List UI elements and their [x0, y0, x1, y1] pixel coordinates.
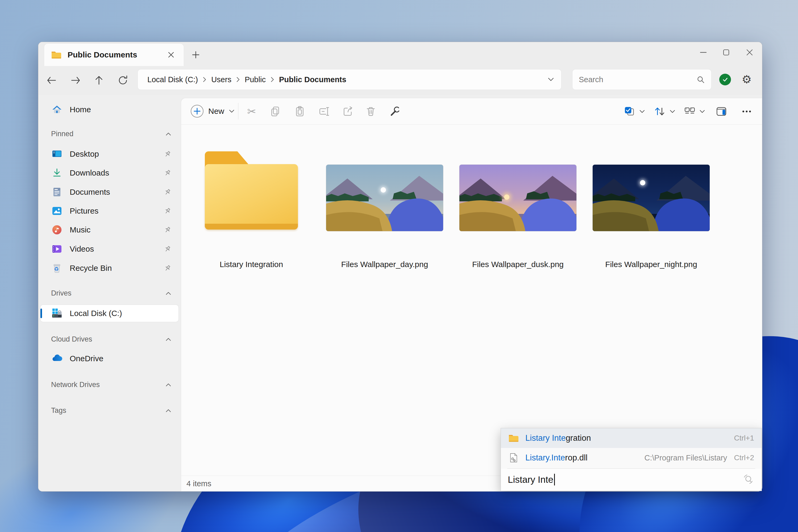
cut-icon[interactable]: ✂: [246, 105, 258, 118]
new-button[interactable]: New: [186, 101, 239, 121]
sort-icon[interactable]: [653, 105, 666, 118]
breadcrumb-item[interactable]: Local Disk (C:): [145, 74, 201, 86]
sidebar-item-downloads[interactable]: Downloads: [40, 165, 178, 182]
pin-icon[interactable]: [164, 264, 172, 272]
preview-pane-icon[interactable]: [715, 105, 727, 118]
text-caret: [554, 474, 555, 486]
sidebar-item-local-disk-c[interactable]: Local Disk (C:): [40, 305, 178, 322]
sidebar-section-drives[interactable]: Drives: [51, 289, 172, 298]
file-tile-image[interactable]: Files Wallpaper_night.png: [593, 151, 710, 279]
sidebar-item-documents[interactable]: Documents: [40, 184, 178, 201]
breadcrumb-item[interactable]: Users: [209, 74, 234, 86]
layout-view-icon[interactable]: [684, 105, 696, 118]
breadcrumb-item-current[interactable]: Public Documents: [277, 74, 349, 86]
sidebar-item-label: Downloads: [70, 168, 164, 177]
toolbar: New ✂: [181, 98, 762, 125]
folder-icon: [202, 151, 301, 231]
home-icon: [51, 104, 63, 115]
share-icon[interactable]: [342, 105, 354, 118]
sidebar-item-music[interactable]: Music: [40, 221, 178, 238]
sidebar-item-pictures[interactable]: Pictures: [40, 203, 178, 220]
sort-chevron-icon[interactable]: [666, 105, 679, 118]
tab-close-icon[interactable]: [164, 48, 178, 62]
pin-icon[interactable]: [164, 226, 172, 234]
result-shortcut: Ctrl+2: [734, 454, 754, 462]
file-tile-image[interactable]: Files Wallpaper_dusk.png: [459, 151, 576, 279]
breadcrumb-item[interactable]: Public: [242, 74, 268, 86]
image-thumbnail-night: [593, 165, 710, 231]
listary-search-input[interactable]: Listary Inte: [501, 469, 762, 491]
drive-status-ok-icon[interactable]: [719, 74, 731, 86]
sidebar-item-label: Pictures: [70, 206, 164, 215]
pin-icon[interactable]: [164, 169, 172, 177]
file-name: Files Wallpaper_day.png: [321, 260, 449, 269]
rename-icon[interactable]: [318, 105, 330, 118]
chevron-up-icon[interactable]: [165, 383, 172, 387]
sidebar-section-network-drives[interactable]: Network Drives: [51, 381, 172, 389]
chevron-right-icon: [270, 77, 274, 82]
select-icon[interactable]: [623, 105, 635, 118]
refresh-button[interactable]: [113, 71, 132, 90]
sidebar-item-videos[interactable]: Videos: [40, 241, 178, 258]
sidebar-item-home[interactable]: Home: [40, 101, 178, 118]
pin-icon[interactable]: [164, 188, 172, 196]
pin-icon[interactable]: [164, 245, 172, 253]
up-button[interactable]: [89, 71, 109, 90]
music-icon: [51, 224, 63, 236]
tab-public-documents[interactable]: Public Documents: [44, 44, 184, 66]
pin-icon[interactable]: [164, 150, 172, 158]
section-label: Network Drives: [51, 381, 100, 389]
close-button[interactable]: [738, 42, 761, 63]
file-name: Files Wallpaper_dusk.png: [454, 260, 582, 269]
forward-button[interactable]: [66, 71, 85, 90]
search-box[interactable]: [572, 69, 711, 90]
new-tab-button[interactable]: [187, 47, 204, 63]
delete-icon[interactable]: [365, 105, 377, 118]
tools-wrench-icon[interactable]: [388, 105, 401, 118]
chevron-up-icon[interactable]: [165, 132, 172, 136]
maximize-button[interactable]: [715, 42, 738, 63]
address-dropdown-chevron-icon[interactable]: [547, 77, 554, 82]
chevron-up-icon[interactable]: [165, 337, 172, 342]
chevron-down-icon: [228, 109, 235, 113]
sidebar-item-label: Documents: [70, 188, 164, 196]
file-name: Listary Integration: [188, 260, 315, 269]
file-tile-folder[interactable]: Listary Integration: [193, 151, 310, 279]
back-button[interactable]: [42, 71, 61, 90]
sidebar-section-cloud-drives[interactable]: Cloud Drives: [51, 335, 172, 343]
sidebar-item-label: Recycle Bin: [70, 264, 164, 273]
paste-icon[interactable]: [294, 105, 306, 118]
dll-file-icon: [508, 452, 519, 464]
more-options-icon[interactable]: [741, 105, 753, 118]
copy-icon[interactable]: [269, 105, 281, 118]
minimize-button[interactable]: [692, 42, 715, 63]
pin-icon[interactable]: [164, 207, 172, 215]
listary-result-folder[interactable]: Listary Integration Ctrl+1: [501, 428, 762, 448]
image-thumbnail-day: [326, 165, 443, 231]
result-name: Listary Integration: [525, 433, 734, 443]
local-disk-icon: [51, 307, 63, 319]
sidebar: Home Pinned Desktop Downloads: [38, 95, 181, 491]
sidebar-section-tags[interactable]: Tags: [51, 406, 172, 415]
sidebar-item-label: OneDrive: [70, 354, 178, 363]
recycle-bin-icon: ♻: [51, 262, 63, 274]
sidebar-item-label: Home: [70, 105, 178, 114]
sidebar-item-recycle-bin[interactable]: ♻ Recycle Bin: [40, 260, 178, 277]
listary-result-dll[interactable]: Listary.Interop.dll C:\Program Files\Lis…: [501, 448, 762, 468]
chevron-right-icon: [236, 77, 240, 82]
chevron-up-icon[interactable]: [165, 291, 172, 296]
sidebar-item-onedrive[interactable]: OneDrive: [40, 350, 178, 367]
sidebar-item-desktop[interactable]: Desktop: [40, 146, 178, 163]
selection-accent-bar: [40, 308, 42, 318]
section-label: Drives: [51, 289, 72, 298]
chevron-up-icon[interactable]: [165, 408, 172, 413]
layout-chevron-icon[interactable]: [696, 105, 708, 118]
settings-gear-icon[interactable]: ⚙: [738, 71, 756, 88]
select-chevron-icon[interactable]: [636, 105, 648, 118]
section-label: Tags: [51, 406, 66, 415]
search-input[interactable]: [578, 75, 696, 84]
sidebar-section-pinned[interactable]: Pinned: [51, 130, 172, 138]
file-tile-image[interactable]: Files Wallpaper_day.png: [326, 151, 443, 279]
listary-logo-icon: [742, 473, 755, 486]
recycle-symbol: ♻: [54, 266, 59, 272]
